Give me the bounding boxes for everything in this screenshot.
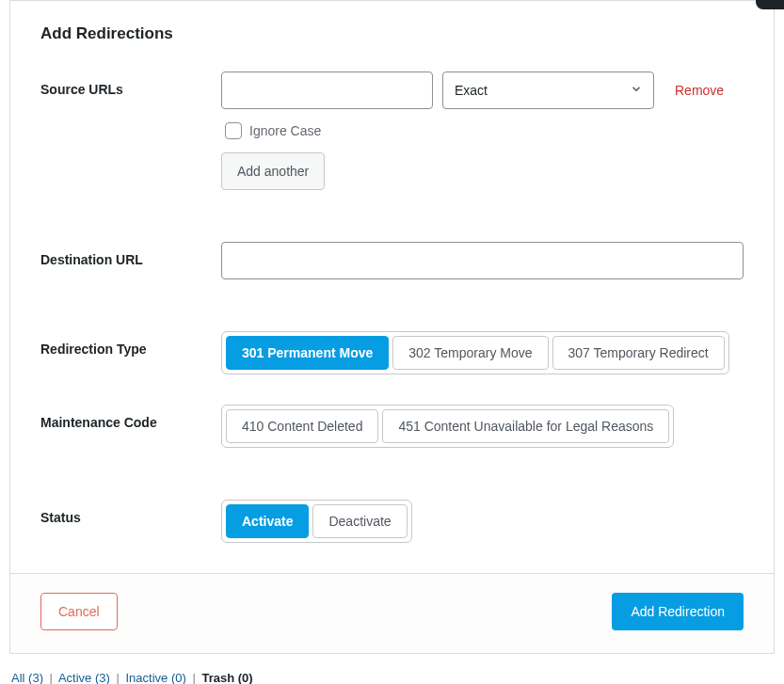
filter-bar: All (3) | Active (3) | Inactive (0) | Tr… (0, 654, 784, 684)
filter-trash-link[interactable]: Trash (0) (201, 671, 252, 684)
redirection-307-button[interactable]: 307 Temporary Redirect (552, 336, 725, 370)
redirection-type-group: 301 Permanent Move 302 Temporary Move 30… (221, 331, 729, 374)
destination-url-label: Destination URL (40, 242, 221, 267)
maintenance-451-button[interactable]: 451 Content Unavailable for Legal Reason… (382, 409, 669, 443)
status-deactivate-button[interactable]: Deactivate (312, 504, 407, 538)
maintenance-410-button[interactable]: 410 Content Deleted (226, 409, 378, 443)
filter-active-link[interactable]: Active (3) (58, 671, 114, 684)
ignore-case-checkbox[interactable] (225, 122, 242, 139)
redirection-302-button[interactable]: 302 Temporary Move (392, 336, 548, 370)
source-url-input[interactable] (221, 72, 433, 109)
redirection-301-button[interactable]: 301 Permanent Move (226, 336, 389, 370)
maintenance-code-label: Maintenance Code (40, 405, 221, 430)
maintenance-code-group: 410 Content Deleted 451 Content Unavaila… (221, 405, 674, 448)
filter-inactive-link[interactable]: Inactive (0) (125, 671, 189, 684)
destination-url-input[interactable] (221, 242, 744, 279)
status-group: Activate Deactivate (221, 500, 412, 543)
match-type-select[interactable]: Exact (442, 72, 654, 109)
filter-all-link[interactable]: All (3) (11, 671, 47, 684)
redirection-type-label: Redirection Type (40, 331, 221, 357)
add-redirections-panel: Add Redirections Source URLs Exact (9, 0, 775, 654)
cancel-button[interactable]: Cancel (40, 593, 118, 630)
add-redirection-button[interactable]: Add Redirection (612, 593, 744, 630)
source-urls-label: Source URLs (40, 72, 221, 97)
add-another-button[interactable]: Add another (221, 152, 325, 190)
status-label: Status (40, 500, 221, 525)
panel-title: Add Redirections (40, 24, 744, 43)
remove-source-link[interactable]: Remove (675, 83, 724, 98)
status-activate-button[interactable]: Activate (226, 504, 309, 538)
corner-decoration (756, 0, 784, 9)
ignore-case-label[interactable]: Ignore Case (249, 123, 321, 138)
